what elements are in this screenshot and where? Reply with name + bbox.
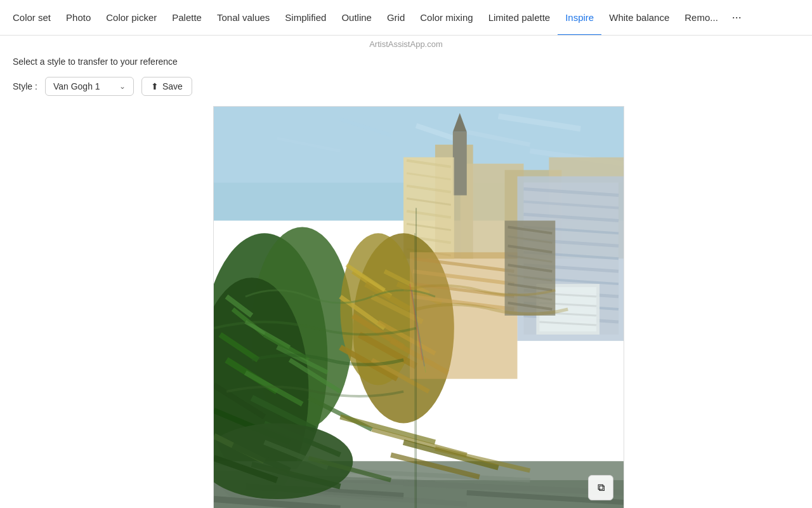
svg-line-108 — [340, 417, 435, 442]
app-subtitle: ArtistAssistApp.com — [13, 39, 799, 49]
chevron-down-icon: ⌄ — [119, 82, 126, 91]
nav-item-outline[interactable]: Outline — [334, 0, 379, 36]
nav-item-white-balance[interactable]: White balance — [601, 0, 677, 36]
nav-item-tonal-values[interactable]: Tonal values — [209, 0, 277, 36]
nav-item-color-mixing[interactable]: Color mixing — [412, 0, 480, 36]
nav-item-inspire[interactable]: Inspire — [558, 0, 601, 36]
style-value: Van Gogh 1 — [53, 81, 100, 91]
nav-item-grid[interactable]: Grid — [379, 0, 412, 36]
nav-item-remove[interactable]: Remo... — [677, 0, 726, 36]
nav-item-simplified[interactable]: Simplified — [277, 0, 334, 36]
style-label: Style : — [13, 81, 37, 91]
svg-rect-14 — [453, 132, 467, 196]
nav-item-limited-palette[interactable]: Limited palette — [481, 0, 558, 36]
painting-image — [214, 107, 624, 508]
controls-row: Style : Van Gogh 1 ⌄ ⬆ Save — [13, 77, 799, 96]
nav-item-photo[interactable]: Photo — [58, 0, 98, 36]
save-button[interactable]: ⬆ Save — [141, 77, 192, 96]
nav-item-color-picker[interactable]: Color picker — [98, 0, 164, 36]
nav-item-color-set[interactable]: Color set — [5, 0, 58, 36]
nav-more-button[interactable]: ··· — [726, 0, 748, 36]
save-label: Save — [162, 81, 183, 91]
nav-item-palette[interactable]: Palette — [164, 0, 209, 36]
instruction-text: Select a style to transfer to your refer… — [13, 57, 799, 67]
painting-container: ⧉ — [213, 106, 624, 508]
expand-icon: ⧉ — [598, 482, 605, 493]
nav-bar: Color setPhotoColor pickerPaletteTonal v… — [0, 0, 812, 36]
main-content: ArtistAssistApp.com Select a style to tr… — [0, 36, 812, 508]
expand-button[interactable]: ⧉ — [588, 475, 613, 500]
save-icon: ⬆ — [151, 81, 159, 91]
style-dropdown[interactable]: Van Gogh 1 ⌄ — [45, 77, 134, 96]
